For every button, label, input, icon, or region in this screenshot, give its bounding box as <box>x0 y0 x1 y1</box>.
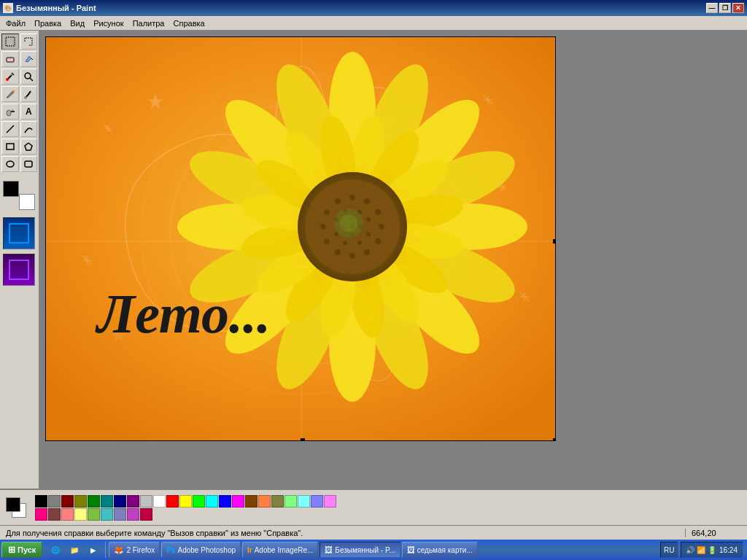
color-swatch[interactable] <box>324 495 336 508</box>
restore-button[interactable]: ❐ <box>719 3 731 13</box>
tool-rect[interactable] <box>1 139 19 155</box>
tool-airbrush[interactable] <box>1 104 19 120</box>
tool-curve[interactable] <box>20 121 38 137</box>
clock: 16:24 <box>719 546 738 554</box>
tool-ellipse[interactable] <box>1 156 19 172</box>
tool-eraser[interactable] <box>1 51 19 67</box>
tool-text[interactable]: A <box>20 104 38 120</box>
tool-pencil[interactable] <box>1 86 19 102</box>
fg-color-swatch[interactable] <box>6 497 20 512</box>
color-option-2[interactable] <box>3 254 35 286</box>
color-swatch[interactable] <box>35 508 47 521</box>
color-swatch[interactable] <box>298 495 310 508</box>
color-option-1[interactable] <box>3 217 35 249</box>
quicklaunch-media[interactable]: ▶ <box>85 542 102 558</box>
quicklaunch-ie[interactable]: 🌐 <box>47 542 64 558</box>
foreground-color-box[interactable] <box>3 181 19 197</box>
color-swatch[interactable] <box>114 508 126 521</box>
menu-help[interactable]: Справка <box>169 16 209 30</box>
taskbar-picture[interactable]: 🖼 седьмая карти... <box>402 542 478 558</box>
language-indicator[interactable]: RU <box>660 542 678 558</box>
color-swatch[interactable] <box>61 508 74 521</box>
menu-view[interactable]: Вид <box>66 16 89 30</box>
color-swatch[interactable] <box>206 495 218 508</box>
color-swatch[interactable] <box>74 495 87 508</box>
menu-file[interactable]: Файл <box>1 16 30 30</box>
color-swatch[interactable] <box>127 508 139 521</box>
taskbar-photoshop[interactable]: Ps Adobe Photoshop <box>161 542 241 558</box>
resize-handle-bm[interactable] <box>301 438 305 441</box>
color-swatch[interactable] <box>179 495 192 508</box>
tool-eyedropper[interactable] <box>1 69 19 85</box>
tool-polygon[interactable] <box>20 139 38 155</box>
resize-handle-rm[interactable] <box>553 239 556 244</box>
svg-point-12 <box>12 109 13 111</box>
tool-rounded-rect[interactable] <box>20 156 38 172</box>
svg-point-83 <box>375 209 381 215</box>
tool-select-rect[interactable] <box>1 34 19 50</box>
color-swatch[interactable] <box>101 508 113 521</box>
resize-handle-br[interactable] <box>553 438 556 441</box>
color-swatch[interactable] <box>232 495 244 508</box>
color-swatch[interactable] <box>219 495 231 508</box>
tool-brush[interactable] <box>20 86 38 102</box>
color-swatch[interactable] <box>140 495 152 508</box>
imageready-label: Adobe ImageRe... <box>255 546 314 554</box>
svg-point-94 <box>366 217 371 222</box>
color-swatch[interactable] <box>140 508 152 521</box>
color-swatch[interactable] <box>88 495 100 508</box>
minimize-button[interactable]: — <box>706 3 718 13</box>
svg-point-97 <box>343 241 347 245</box>
color-swatch[interactable] <box>101 495 113 508</box>
tool-select-free[interactable] <box>20 34 38 50</box>
close-button[interactable]: ✕ <box>732 3 744 13</box>
menu-edit[interactable]: Правка <box>30 16 66 30</box>
color-palette <box>35 495 341 521</box>
title-bar: 🎨 Безымянный - Paint — ❐ ✕ <box>0 0 747 16</box>
start-button[interactable]: ⊞ Пуск <box>1 542 42 558</box>
color-swatch[interactable] <box>245 495 258 508</box>
svg-line-7 <box>30 78 33 81</box>
color-swatch[interactable] <box>166 495 179 508</box>
color-swatch[interactable] <box>48 495 61 508</box>
status-hint: Для получения справки выберите команду "… <box>3 529 686 537</box>
color-swatch[interactable] <box>114 495 126 508</box>
firefox-label: 2 Firefox <box>126 546 155 554</box>
svg-point-90 <box>320 224 326 230</box>
svg-point-86 <box>364 249 370 255</box>
color-swatch[interactable] <box>271 495 284 508</box>
paint-canvas[interactable]: Лето... <box>45 36 556 441</box>
color-swatch[interactable] <box>88 508 100 521</box>
canvas-area[interactable]: Лето... <box>39 31 747 489</box>
color-swatch[interactable] <box>153 495 166 508</box>
color-swatch[interactable] <box>74 508 87 521</box>
window-title: Безымянный - Paint <box>16 4 96 12</box>
color-swatch[interactable] <box>258 495 271 508</box>
taskbar-paint[interactable]: 🖼 Безымянный - P... <box>320 542 400 558</box>
tool-line[interactable] <box>1 121 19 137</box>
color-swatch[interactable] <box>193 495 205 508</box>
tool-fill[interactable] <box>20 51 38 67</box>
svg-point-95 <box>366 232 371 236</box>
background-color-box[interactable] <box>19 194 35 210</box>
color-swatch[interactable] <box>311 495 323 508</box>
tool-zoom[interactable] <box>20 69 38 85</box>
color-swatch[interactable] <box>35 495 47 508</box>
svg-line-4 <box>12 73 14 75</box>
svg-line-14 <box>7 125 14 133</box>
svg-point-85 <box>375 238 381 244</box>
color-swatch[interactable] <box>61 495 74 508</box>
photoshop-label: Adobe Photoshop <box>178 546 236 554</box>
picture-icon: 🖼 <box>407 545 415 554</box>
menu-palette[interactable]: Палитра <box>128 16 169 30</box>
taskbar-firefox[interactable]: 🦊 2 Firefox <box>109 542 160 558</box>
quicklaunch-folder[interactable]: 📁 <box>66 542 83 558</box>
color-swatch[interactable] <box>48 508 61 521</box>
color-swatch[interactable] <box>127 495 139 508</box>
menu-image[interactable]: Рисунок <box>89 16 128 30</box>
taskbar-imageready[interactable]: Ir Adobe ImageRe... <box>242 542 318 558</box>
color-swatch[interactable] <box>285 495 297 508</box>
status-coords: 664,20 <box>686 529 744 537</box>
svg-point-91 <box>324 209 330 215</box>
svg-point-9 <box>24 96 27 99</box>
